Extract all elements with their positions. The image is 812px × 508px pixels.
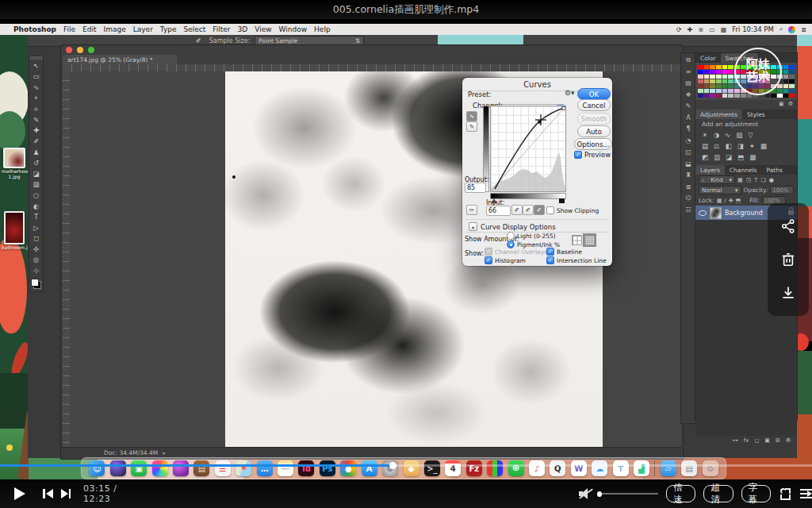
color-swatch[interactable] bbox=[710, 94, 715, 98]
dock-icon-sketch[interactable]: ◆ bbox=[404, 460, 419, 476]
dock-icon-trash[interactable]: ♻ bbox=[703, 460, 718, 476]
color-swatch[interactable] bbox=[783, 89, 789, 93]
panel-strip-icon[interactable]: ⧉ bbox=[686, 56, 691, 68]
ps-tool[interactable]: ⌗ bbox=[29, 103, 43, 114]
color-swatch[interactable] bbox=[789, 89, 795, 93]
color-swatch[interactable] bbox=[698, 79, 703, 83]
edit-points-icon[interactable]: ✑ bbox=[466, 205, 477, 215]
gray-point-eyedropper[interactable]: ✐ bbox=[523, 205, 534, 215]
quality-button[interactable]: 超清 bbox=[703, 485, 733, 502]
zoom-traffic-light[interactable] bbox=[88, 47, 94, 53]
ps-tool[interactable]: ↺ bbox=[29, 157, 43, 168]
panel-strip-icon[interactable]: ♜ bbox=[685, 171, 691, 183]
layers-footer-icon[interactable]: ▣ bbox=[764, 437, 770, 444]
dock-icon-photoshop[interactable]: Ps bbox=[320, 460, 335, 476]
layer-filter-dropdown[interactable]: ⌕Kind▾ bbox=[699, 175, 735, 184]
panel-strip-icon[interactable]: ☷ bbox=[685, 206, 691, 218]
color-swatch[interactable] bbox=[765, 94, 771, 98]
dock-icon-notebook[interactable]: ▤ bbox=[193, 460, 209, 476]
color-swatch[interactable] bbox=[728, 70, 733, 74]
menu-item[interactable]: Image bbox=[104, 25, 126, 33]
adjustment-icon[interactable]: ▦ bbox=[760, 142, 767, 150]
playlist-icon[interactable] bbox=[800, 489, 812, 499]
layers-footer-icon[interactable]: ⊞ bbox=[776, 437, 780, 444]
ps-tool[interactable]: ▭ bbox=[29, 71, 43, 83]
color-swatch[interactable] bbox=[789, 75, 795, 79]
color-swatch[interactable] bbox=[710, 79, 715, 83]
light-radio-row[interactable]: Light (0-255) bbox=[507, 232, 556, 240]
dock-icon-facetime[interactable]: ▣ bbox=[131, 460, 147, 476]
eyedropper-tool-icon[interactable]: ✐ bbox=[196, 37, 201, 44]
menu-item[interactable]: View bbox=[255, 25, 271, 33]
menu-clock[interactable]: Fri 10:34 PM bbox=[732, 25, 774, 33]
delete-icon[interactable] bbox=[781, 252, 795, 267]
dock-icon-messages[interactable]: … bbox=[257, 460, 273, 476]
adjustment-icon[interactable]: ☀ bbox=[702, 131, 708, 139]
menu-status-icon[interactable]: ▭ bbox=[709, 26, 715, 33]
panel-strip-icon[interactable]: ▤ bbox=[685, 79, 691, 91]
adjustment-icon[interactable]: ◪ bbox=[726, 153, 732, 161]
color-swatch[interactable] bbox=[716, 70, 722, 74]
fullscreen-icon[interactable] bbox=[780, 488, 791, 500]
adjustment-icon[interactable]: ◨ bbox=[737, 142, 744, 150]
tab-color[interactable]: Color bbox=[695, 53, 721, 63]
color-swatch[interactable] bbox=[777, 94, 783, 98]
color-swatch[interactable] bbox=[783, 94, 789, 98]
light-radio[interactable] bbox=[507, 232, 515, 240]
menu-item[interactable]: 3D bbox=[238, 25, 248, 33]
previous-button[interactable] bbox=[43, 489, 53, 498]
show-clipping-row[interactable]: Show Clipping bbox=[546, 206, 599, 214]
share-icon[interactable] bbox=[780, 218, 796, 234]
color-swatch[interactable] bbox=[734, 94, 740, 98]
ps-tool[interactable]: ✐ bbox=[29, 136, 43, 147]
layers-footer-icon[interactable]: ◻ bbox=[754, 437, 759, 444]
menu-item[interactable]: Filter bbox=[213, 25, 230, 33]
simple-grid-button[interactable] bbox=[572, 235, 582, 245]
dock-icon-finder[interactable]: ☺ bbox=[89, 460, 105, 476]
histogram-row[interactable]: ✓ Histogram bbox=[485, 256, 526, 264]
color-swatch[interactable] bbox=[698, 94, 703, 98]
play-button[interactable] bbox=[14, 487, 25, 500]
menu-item[interactable]: Select bbox=[184, 25, 206, 33]
color-swatch[interactable] bbox=[777, 89, 783, 93]
fg-bg-color-swatch[interactable] bbox=[31, 279, 41, 289]
dock-icon-itunes-sphere[interactable] bbox=[173, 460, 189, 476]
color-swatch[interactable] bbox=[728, 89, 733, 93]
status-arrow-icon[interactable]: ▸ bbox=[163, 449, 166, 456]
intersection-row[interactable]: ✓ Intersection Line bbox=[546, 256, 607, 264]
options-button[interactable]: Options... bbox=[574, 138, 612, 150]
swatches-footer-icon[interactable]: ♻ bbox=[788, 101, 793, 107]
dock-icon-notes[interactable]: ― bbox=[278, 460, 293, 476]
ps-tool[interactable]: ◪ bbox=[29, 168, 43, 179]
color-swatch[interactable] bbox=[722, 65, 728, 69]
subtitle-button[interactable]: 字幕 bbox=[741, 485, 771, 502]
close-traffic-light[interactable] bbox=[66, 47, 72, 53]
menu-status-icon[interactable]: ⟳ bbox=[676, 26, 682, 33]
color-swatch[interactable] bbox=[777, 84, 783, 88]
color-swatch[interactable] bbox=[789, 79, 795, 83]
preview-checkbox-row[interactable]: ✓ Preview bbox=[574, 151, 611, 159]
dock-icon-siri[interactable] bbox=[110, 460, 126, 476]
lock-option-icon[interactable]: ⬒ bbox=[736, 198, 741, 204]
input-field[interactable]: 66 bbox=[486, 206, 511, 216]
color-swatch[interactable] bbox=[704, 84, 710, 88]
color-swatch[interactable] bbox=[710, 75, 715, 79]
color-swatch[interactable] bbox=[698, 89, 703, 93]
detailed-grid-button[interactable] bbox=[584, 235, 595, 245]
adjustment-icon[interactable]: ✦ bbox=[749, 142, 755, 150]
show-clipping-checkbox[interactable] bbox=[546, 206, 554, 214]
color-swatch[interactable] bbox=[789, 84, 795, 88]
color-swatch[interactable] bbox=[728, 79, 733, 83]
color-swatch[interactable] bbox=[704, 70, 710, 74]
panel-strip-icon[interactable]: ≡ bbox=[686, 68, 691, 80]
download-icon[interactable] bbox=[780, 285, 796, 301]
dock-icon-indesign[interactable]: Id bbox=[298, 460, 314, 476]
color-swatch[interactable] bbox=[728, 65, 733, 69]
opacity-value[interactable]: 100% bbox=[770, 186, 794, 194]
tab-styles[interactable]: Styles bbox=[742, 110, 770, 119]
ps-tool[interactable]: ✎ bbox=[29, 114, 43, 125]
color-swatch[interactable] bbox=[728, 75, 733, 79]
menu-item[interactable]: Type bbox=[160, 25, 177, 33]
dock-icon-cloud[interactable]: ☁ bbox=[592, 460, 607, 476]
curve-end-point[interactable] bbox=[562, 107, 565, 110]
